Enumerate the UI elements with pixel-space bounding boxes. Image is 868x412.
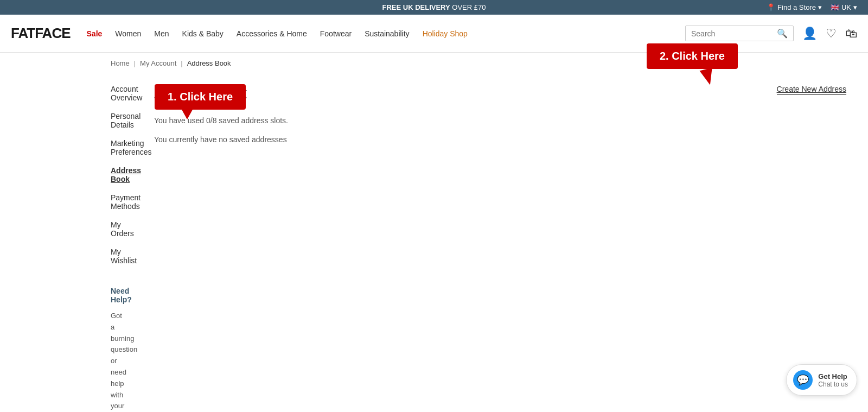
search-button[interactable]: 🔍 — [777, 28, 788, 39]
cart-icon[interactable]: 🛍 — [845, 27, 857, 41]
breadcrumb-my-account[interactable]: My Account — [140, 59, 176, 67]
address-slots-info: You have used 0/8 saved address slots. — [154, 115, 846, 126]
account-icon[interactable]: 👤 — [802, 27, 817, 41]
main-nav: Sale Women Men Kids & Baby Accessories &… — [87, 29, 685, 38]
find-store-link[interactable]: 📍 Find a Store ▾ — [767, 3, 822, 11]
chevron-down-icon: ▾ — [853, 3, 857, 11]
main-content: Account Overview Personal Details Market… — [0, 74, 868, 412]
breadcrumb-current: Address Book — [187, 59, 231, 67]
breadcrumb-sep-2: | — [181, 59, 182, 67]
banner-right: 📍 Find a Store ▾ 🇬🇧 UK ▾ — [767, 3, 857, 11]
breadcrumb-sep-1: | — [134, 59, 136, 67]
banner-text: FREE UK DELIVERY OVER £70 — [382, 3, 486, 11]
nav-item-accessories[interactable]: Accessories & Home — [237, 29, 307, 38]
header-actions: 🔍 👤 ♡ 🛍 — [685, 26, 857, 41]
logo[interactable]: FATFACE — [11, 25, 71, 42]
get-help-button[interactable]: 💬 Get Help Chat to us — [786, 364, 857, 396]
get-help-icon: 💬 — [793, 370, 813, 390]
no-addresses-text: You currently have no saved addresses — [154, 134, 846, 145]
nav-item-footwear[interactable]: Footwear — [320, 29, 352, 38]
nav-item-kids[interactable]: Kids & Baby — [182, 29, 224, 38]
nav-item-sale[interactable]: Sale — [87, 29, 103, 38]
nav-item-men[interactable]: Men — [154, 29, 169, 38]
get-help-text: Get Help Chat to us — [818, 372, 848, 388]
uk-flag-icon: 🇬🇧 — [831, 3, 839, 11]
chevron-down-icon: ▾ — [818, 3, 822, 11]
wishlist-icon[interactable]: ♡ — [826, 27, 837, 41]
page-content: Address book You have used 0/8 saved add… — [122, 74, 868, 412]
nav-item-women[interactable]: Women — [115, 29, 141, 38]
nav-item-sustainability[interactable]: Sustainability — [365, 29, 410, 38]
uk-locale-selector[interactable]: 🇬🇧 UK ▾ — [831, 3, 857, 11]
breadcrumb-home[interactable]: Home — [111, 59, 130, 67]
location-icon: 📍 — [767, 3, 775, 11]
search-bar[interactable]: 🔍 — [685, 26, 794, 41]
search-input[interactable] — [691, 29, 777, 38]
sidebar: Account Overview Personal Details Market… — [0, 74, 122, 412]
header: FATFACE Sale Women Men Kids & Baby Acces… — [0, 15, 868, 53]
top-banner: FREE UK DELIVERY OVER £70 📍 Find a Store… — [0, 0, 868, 15]
nav-item-holiday[interactable]: Holiday Shop — [423, 29, 468, 38]
page-title: Address book — [154, 85, 846, 102]
create-new-address-link[interactable]: Create New Address — [777, 85, 846, 95]
breadcrumb: Home | My Account | Address Book — [0, 53, 868, 74]
create-address-area: Create New Address — [777, 85, 846, 93]
